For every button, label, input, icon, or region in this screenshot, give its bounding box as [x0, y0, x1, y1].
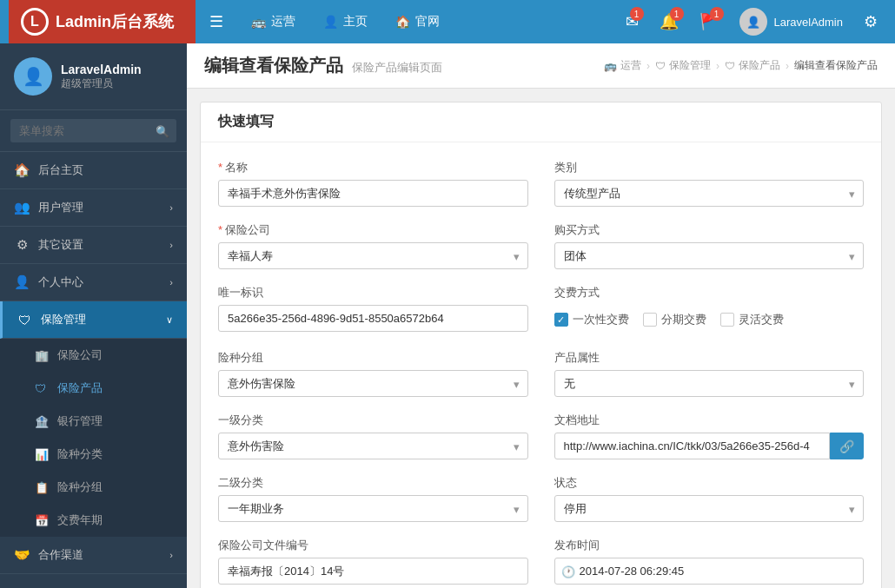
form-section-title: 快速填写: [201, 102, 881, 142]
sidebar-nav: 🏠 后台主页 👥 用户管理 › ⚙ 其它设置 › 👤 个人中心 › 🛡 保险管理: [0, 152, 187, 588]
company-icon: 🏢: [35, 349, 49, 362]
bell-button[interactable]: 🔔 1: [651, 0, 687, 43]
clock-icon: 🕐: [561, 565, 575, 578]
avatar: 👤: [739, 8, 767, 36]
sidebar-item-settings[interactable]: ⚙ 其它设置 ›: [0, 227, 187, 264]
home-icon: 🏠: [14, 162, 30, 178]
breadcrumb: 🚌 运营 › 🛡 保险管理 › 🛡 保险产品 › 编辑查看保险产品: [604, 58, 878, 73]
sidebar-item-users[interactable]: 👥 用户管理 ›: [0, 189, 187, 227]
product-icon: 🛡: [35, 382, 49, 395]
status-select-wrap: 停用 启用 待审核: [554, 495, 865, 522]
file-num-label: 保险公司文件编号: [218, 538, 528, 553]
mail-button[interactable]: ✉ 1: [617, 0, 647, 43]
top-nav: L Ladmin后台系统 ☰ 🚌 运营 👤 主页 🏠 官网 ✉ 1 🔔 1 🚩: [0, 0, 895, 43]
payment-flex-checkbox[interactable]: 灵活交费: [720, 312, 784, 327]
payment-once-checkbox[interactable]: ✓ 一次性交费: [554, 312, 629, 327]
search-input[interactable]: [10, 119, 176, 142]
chevron-right-icon: ›: [169, 240, 173, 250]
doc-url-input[interactable]: [554, 433, 831, 459]
sidebar-sub-item-ins-company[interactable]: 🏢 保险公司: [0, 339, 187, 372]
second-cat-label: 二级分类: [218, 475, 528, 491]
sidebar-username: LaravelAdmin: [61, 63, 142, 76]
nav-right: ✉ 1 🔔 1 🚩 1 👤 LaravelAdmin ⚙: [617, 0, 887, 43]
sidebar-sub-item-ins-type[interactable]: 📊 险种分类: [0, 438, 187, 471]
field-name: *名称: [218, 160, 528, 207]
publish-input[interactable]: [554, 558, 865, 585]
sidebar-item-insurance[interactable]: 🛡 保险管理 ∨: [0, 301, 187, 339]
company-label: *保险公司: [218, 222, 528, 238]
field-uid: 唯一标识: [218, 285, 528, 334]
name-label: *名称: [218, 160, 528, 175]
content-area: 编辑查看保险产品 保险产品编辑页面 🚌 运营 › 🛡 保险管理 › 🛡 保险产品: [187, 43, 895, 588]
channel-icon: 🤝: [14, 547, 30, 563]
status-select[interactable]: 停用 启用 待审核: [554, 495, 865, 522]
status-label: 状态: [554, 475, 865, 491]
uid-label: 唯一标识: [218, 285, 528, 301]
main-layout: 👤 LaravelAdmin 超级管理员 🔍 🏠 后台主页 👥 用户管理 ›: [0, 43, 895, 588]
company-select[interactable]: 幸福人寿 平安保险 中国人寿: [218, 242, 528, 269]
publish-date-wrap: 🕐: [554, 558, 865, 585]
settings-icon[interactable]: ⚙: [855, 12, 886, 31]
checkbox-period-box: [643, 313, 657, 327]
nav-menu: 🚌 运营 👤 主页 🏠 官网: [237, 0, 454, 43]
file-num-input[interactable]: [218, 558, 528, 585]
form-body: *名称 类别 传统型产品 投资型产品 其他: [201, 142, 881, 588]
yunying-bc-icon: 🚌: [604, 60, 617, 72]
sidebar-item-channel[interactable]: 🤝 合作渠道 ›: [0, 537, 187, 574]
publish-label: 发布时间: [554, 538, 865, 553]
flag-button[interactable]: 🚩 1: [691, 0, 727, 43]
user-menu[interactable]: 👤 LaravelAdmin: [731, 8, 852, 36]
form-grid: *名称 类别 传统型产品 投资型产品 其他: [218, 160, 864, 585]
uid-input[interactable]: [218, 305, 528, 332]
settings-icon: ⚙: [14, 237, 30, 253]
field-product-attr: 产品属性 无 有: [554, 350, 865, 397]
sidebar-user-info: LaravelAdmin 超级管理员: [61, 63, 142, 91]
field-category: 类别 传统型产品 投资型产品 其他: [554, 160, 865, 207]
breadcrumb-current: 编辑查看保险产品: [794, 58, 878, 73]
chevron-right-icon: ›: [169, 202, 173, 213]
nav-item-zhuyei[interactable]: 👤 主页: [309, 0, 381, 43]
nav-item-guanwang[interactable]: 🏠 官网: [381, 0, 454, 43]
product-attr-select[interactable]: 无 有: [554, 370, 865, 397]
insurance-icon: 🛡: [17, 313, 32, 327]
breadcrumb-insurance-mgmt[interactable]: 🛡 保险管理: [655, 58, 711, 73]
sidebar-sub-item-ins-group[interactable]: 📋 险种分组: [0, 471, 187, 504]
first-cat-select-wrap: 意外伤害险 健康险 寿险: [218, 433, 528, 459]
doc-url-link-button[interactable]: 🔗: [830, 433, 864, 459]
nav-item-yunying[interactable]: 🚌 运营: [237, 0, 309, 43]
field-publish: 发布时间 🕐: [554, 538, 865, 585]
name-input[interactable]: [218, 180, 528, 207]
purchase-label: 购买方式: [554, 222, 865, 238]
payment-checkbox-group: ✓ 一次性交费 分期交费 灵活交费: [554, 305, 865, 334]
field-file-num: 保险公司文件编号: [218, 538, 528, 585]
first-cat-select[interactable]: 意外伤害险 健康险 寿险: [218, 433, 528, 459]
payment-period-checkbox[interactable]: 分期交费: [643, 312, 706, 327]
page-title-group: 编辑查看保险产品 保险产品编辑页面: [204, 54, 442, 77]
nav-toggle-button[interactable]: ☰: [196, 0, 237, 43]
breadcrumb-yunying[interactable]: 🚌 运营: [604, 58, 641, 73]
form-card: 快速填写 *名称 类别 传统型产品: [200, 102, 882, 588]
risk-group-select[interactable]: 意外伤害保险 健康保险 寿险: [218, 370, 528, 397]
users-icon: 👥: [14, 200, 30, 215]
sidebar-item-profile[interactable]: 👤 个人中心 ›: [0, 264, 187, 301]
checkbox-once-box: ✓: [554, 313, 568, 327]
purchase-select-wrap: 团体 个人 团体+个人: [554, 242, 865, 269]
username: LaravelAdmin: [774, 16, 844, 29]
product-attr-select-wrap: 无 有: [554, 370, 865, 397]
second-cat-select-wrap: 一年期业务 长期业务: [218, 495, 528, 522]
sidebar-sub-item-bank[interactable]: 🏦 银行管理: [0, 405, 187, 438]
page-subtitle: 保险产品编辑页面: [352, 60, 442, 76]
second-cat-select[interactable]: 一年期业务 长期业务: [218, 495, 528, 522]
sidebar-sub-item-payment-year[interactable]: 📅 交费年期: [0, 504, 187, 537]
list-icon: 📋: [35, 481, 49, 494]
breadcrumb-insurance-product[interactable]: 🛡 保险产品: [725, 58, 780, 73]
field-doc-url: 文档地址 🔗: [554, 413, 865, 459]
doc-url-input-group: 🔗: [554, 433, 865, 459]
purchase-select[interactable]: 团体 个人 团体+个人: [554, 242, 865, 269]
category-select[interactable]: 传统型产品 投资型产品 其他: [554, 180, 865, 207]
field-risk-group: 险种分组 意外伤害保险 健康保险 寿险: [218, 350, 528, 397]
search-icon[interactable]: 🔍: [156, 124, 169, 137]
sidebar: 👤 LaravelAdmin 超级管理员 🔍 🏠 后台主页 👥 用户管理 ›: [0, 43, 187, 588]
sidebar-item-home[interactable]: 🏠 后台主页: [0, 152, 187, 189]
sidebar-sub-item-ins-product[interactable]: 🛡 保险产品: [0, 372, 187, 405]
